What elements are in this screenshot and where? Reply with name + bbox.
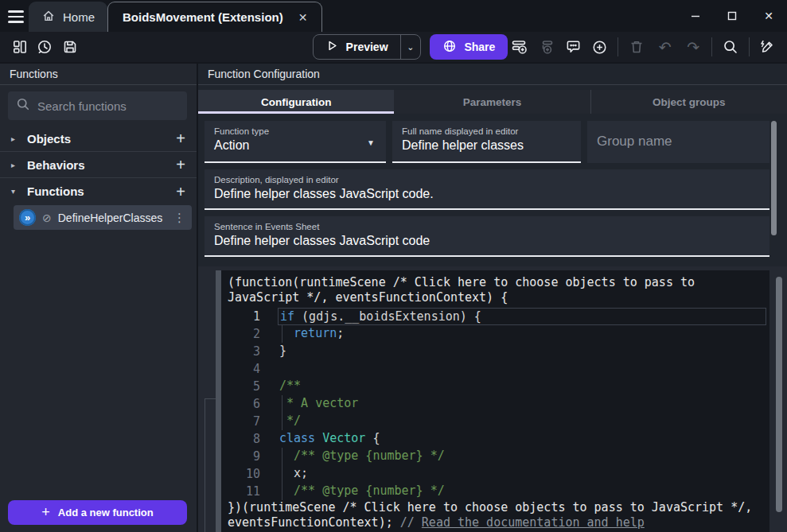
tab-configuration[interactable]: Configuration	[198, 90, 394, 114]
search-icon	[16, 97, 30, 115]
preview-button[interactable]: Preview ⌄	[313, 34, 422, 60]
play-icon	[325, 39, 339, 55]
add-subevent-icon	[535, 35, 559, 59]
share-button[interactable]: Share	[430, 34, 508, 60]
globe-icon	[442, 39, 457, 56]
functions-sidebar: Functions ▸ Objects + ▸ Behaviors + ▾ Fu…	[0, 64, 198, 532]
main-toolbar: Preview ⌄ Share ↶ ↷	[0, 32, 787, 62]
sentence-value: Define helper classes JavaScript code	[214, 234, 760, 248]
code-line[interactable]: 8class Vector {	[221, 430, 769, 448]
group-name-field[interactable]: Group name	[587, 121, 769, 163]
function-action-icon: »	[19, 209, 36, 226]
tab-parameters[interactable]: Parameters	[394, 90, 590, 114]
full-name-field[interactable]: Full name displayed in editor Define hel…	[392, 121, 581, 163]
more-options-icon[interactable]: ⋮	[173, 211, 185, 225]
code-line[interactable]: 6 * A vector	[221, 395, 769, 413]
function-type-label: Function type	[214, 126, 376, 136]
function-type-value: Action	[214, 138, 376, 153]
maximize-button[interactable]	[714, 0, 750, 32]
section-label: Objects	[27, 132, 168, 146]
section-label: Behaviors	[27, 158, 168, 172]
add-event-icon[interactable]	[508, 35, 532, 59]
description-value: Define helper classes JavaScript code.	[214, 187, 760, 201]
private-function-icon: ⊘	[42, 212, 52, 224]
preview-options-caret[interactable]: ⌄	[400, 42, 420, 52]
documentation-link[interactable]: Read the documentation and help	[422, 515, 645, 530]
redo-icon: ↷	[681, 35, 705, 59]
code-line[interactable]: 7 */	[221, 413, 769, 430]
events-scrollbar[interactable]	[776, 277, 782, 512]
description-field[interactable]: Description, displayed in editor Define …	[205, 169, 769, 210]
add-comment-icon[interactable]	[561, 35, 585, 59]
events-indent-guide	[205, 398, 216, 532]
main-panel-title: Function Configuration	[198, 64, 787, 85]
code-line[interactable]: 4	[221, 360, 769, 378]
code-editor[interactable]: 1if (gdjs.__boidsExtension) {2 return;3}…	[221, 308, 769, 500]
title-bar: Home BoidsMovement (Extension) ✕ ✕	[0, 0, 787, 32]
home-icon	[41, 9, 56, 25]
event-drag-handle[interactable]	[216, 270, 221, 532]
close-tab-icon[interactable]: ✕	[298, 11, 308, 24]
plus-icon: +	[41, 504, 50, 521]
sentence-label: Sentence in Events Sheet	[214, 222, 760, 231]
add-element-icon[interactable]	[588, 35, 612, 59]
tab-home[interactable]: Home	[29, 2, 107, 32]
undo-icon: ↶	[653, 35, 677, 59]
save-icon[interactable]	[58, 35, 82, 59]
main-menu-icon[interactable]	[0, 2, 27, 32]
add-function-icon[interactable]: +	[176, 184, 185, 200]
history-icon[interactable]	[33, 35, 57, 59]
minimize-button[interactable]	[677, 0, 714, 32]
form-scrollbar[interactable]	[771, 121, 777, 235]
delete-icon	[625, 35, 649, 59]
search-functions-box[interactable]	[8, 91, 187, 120]
code-line[interactable]: 3}	[221, 343, 769, 360]
dropdown-caret-icon: ▼	[367, 138, 375, 147]
sentence-field[interactable]: Sentence in Events Sheet Define helper c…	[205, 216, 769, 257]
code-line[interactable]: 9 /** @type {number} */	[221, 448, 769, 465]
sidebar-title: Functions	[0, 64, 197, 85]
function-item-label: DefineHelperClasses	[58, 212, 167, 224]
search-functions-input[interactable]	[37, 99, 179, 113]
share-label: Share	[464, 41, 495, 53]
configuration-form: Function type Action ▼ Full name display…	[198, 114, 787, 266]
description-label: Description, displayed in editor	[214, 175, 760, 184]
code-line[interactable]: 11 /** @type {number} */	[221, 483, 769, 500]
search-events-icon[interactable]	[719, 35, 742, 59]
sidebar-section-behaviors[interactable]: ▸ Behaviors +	[0, 152, 197, 178]
add-object-icon[interactable]: +	[176, 130, 185, 146]
tab-extension-label: BoidsMovement (Extension)	[123, 10, 283, 24]
code-line[interactable]: 5/**	[221, 378, 769, 395]
add-behavior-icon[interactable]: +	[176, 157, 185, 173]
chevron-down-icon: ▾	[11, 187, 19, 196]
code-line[interactable]: 2 return;	[221, 325, 769, 343]
function-configuration-panel: Function Configuration Configuration Par…	[198, 64, 787, 532]
open-editors-panel-icon[interactable]	[8, 35, 32, 59]
full-name-label: Full name displayed in editor	[402, 126, 571, 136]
code-header[interactable]: (function(runtimeScene /* Click here to …	[221, 275, 769, 305]
tab-object-groups[interactable]: Object groups	[590, 90, 787, 114]
code-line[interactable]: 1if (gdjs.__boidsExtension) {	[221, 308, 769, 325]
code-footer[interactable]: })(runtimeScene /* Click here to choose …	[221, 500, 769, 530]
preview-label: Preview	[346, 41, 388, 53]
close-window-button[interactable]: ✕	[750, 0, 787, 32]
chevron-right-icon: ▸	[11, 134, 19, 143]
function-type-select[interactable]: Function type Action ▼	[205, 121, 386, 163]
tab-home-label: Home	[63, 10, 95, 24]
section-label: Functions	[27, 184, 168, 198]
tab-extension[interactable]: BoidsMovement (Extension) ✕	[107, 2, 322, 32]
full-name-value: Define helper classes	[402, 138, 571, 153]
edit-extension-icon[interactable]	[756, 35, 780, 59]
javascript-code-event[interactable]: (function(runtimeScene /* Click here to …	[221, 270, 769, 532]
gdevelop-window: Home BoidsMovement (Extension) ✕ ✕ Previ…	[0, 0, 787, 532]
function-item-definehelperclasses[interactable]: » ⊘ DefineHelperClasses ⋮	[14, 205, 192, 230]
sidebar-section-objects[interactable]: ▸ Objects +	[0, 126, 197, 152]
configuration-tabs: Configuration Parameters Object groups	[198, 90, 787, 114]
chevron-right-icon: ▸	[11, 161, 19, 169]
sidebar-section-functions[interactable]: ▾ Functions +	[0, 178, 197, 204]
add-new-function-button[interactable]: + Add a new function	[8, 500, 187, 525]
window-controls: ✕	[677, 0, 787, 32]
events-sheet: (function(runtimeScene /* Click here to …	[198, 266, 787, 532]
add-new-function-label: Add a new function	[58, 507, 154, 518]
code-line[interactable]: 10 x;	[221, 465, 769, 483]
